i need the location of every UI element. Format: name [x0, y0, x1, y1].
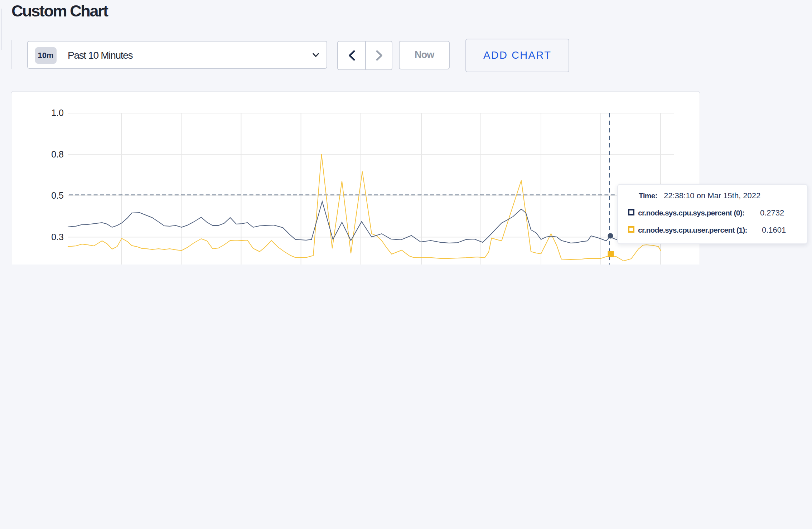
svg-text:0.5: 0.5: [51, 190, 64, 200]
svg-text:0.8: 0.8: [51, 149, 64, 159]
svg-text:0.3: 0.3: [51, 232, 64, 242]
svg-text:1.0: 1.0: [51, 107, 64, 117]
